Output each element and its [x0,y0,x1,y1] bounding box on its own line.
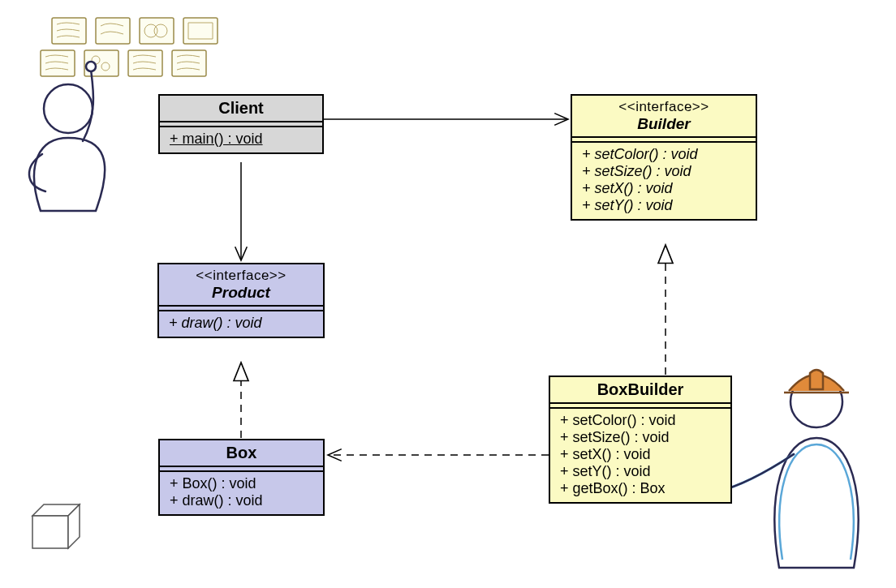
class-box: Box + Box() : void + draw() : void [158,439,325,516]
svg-rect-1 [96,18,130,44]
class-client: Client + main() : void [158,94,324,154]
svg-rect-5 [84,50,118,76]
class-client-name: Client [218,99,264,117]
svg-rect-4 [41,50,75,76]
class-builder-name: Builder [637,115,690,132]
svg-point-12 [44,84,93,133]
svg-point-14 [790,376,842,427]
svg-rect-7 [172,50,206,76]
class-builder-title: <<interface>> Builder [572,96,756,138]
svg-point-11 [101,62,110,71]
class-product-name: Product [212,284,270,301]
svg-rect-2 [140,18,174,44]
class-client-title: Client [160,96,322,122]
class-box-title: Box [160,440,323,467]
builder-stereotype: <<interface>> [580,99,747,115]
box-method-1: + draw() : void [170,492,313,509]
class-box-methods: + Box() : void + draw() : void [160,472,323,514]
class-boxbuilder-name: BoxBuilder [597,380,684,398]
svg-point-10 [92,56,100,64]
boxbuilder-method-3: + setY() : void [560,463,721,480]
builder-method-3: + setY() : void [582,197,746,214]
class-client-methods: + main() : void [160,127,322,152]
diagram-connectors [0,0,896,588]
builder-method-2: + setX() : void [582,180,746,197]
class-builder-methods: + setColor() : void + setSize() : void +… [572,143,756,219]
builder-method-1: + setSize() : void [582,163,746,180]
svg-rect-6 [128,50,162,76]
class-product-title: <<interface>> Product [159,264,323,307]
class-box-name: Box [226,444,257,461]
svg-rect-3 [183,18,218,44]
box-method-0: + Box() : void [170,475,313,492]
boxbuilder-method-2: + setX() : void [560,446,721,463]
class-product: <<interface>> Product + draw() : void [157,263,325,338]
boxbuilder-method-1: + setSize() : void [560,429,721,446]
class-builder: <<interface>> Builder + setColor() : voi… [571,94,757,221]
class-product-methods: + draw() : void [159,311,323,337]
client-method-0: + main() : void [170,131,312,148]
class-boxbuilder-methods: + setColor() : void + setSize() : void +… [550,409,730,502]
product-method-0: + draw() : void [169,315,313,332]
builder-method-0: + setColor() : void [582,146,746,163]
svg-rect-0 [52,18,86,44]
svg-point-9 [154,24,167,37]
boxbuilder-method-4: + getBox() : Box [560,480,721,497]
boxbuilder-method-0: + setColor() : void [560,412,721,429]
cube-icon [32,504,80,548]
product-stereotype: <<interface>> [167,268,315,284]
class-boxbuilder: BoxBuilder + setColor() : void + setSize… [549,376,732,504]
class-boxbuilder-title: BoxBuilder [550,377,730,404]
svg-point-8 [144,24,157,37]
svg-point-13 [86,62,96,71]
